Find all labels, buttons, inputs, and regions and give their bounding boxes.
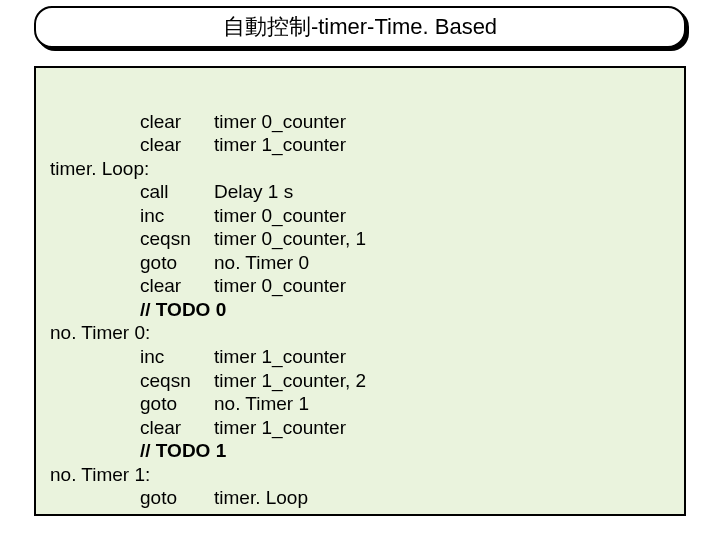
code-arg: timer 1_counter: [214, 417, 346, 438]
code-arg: no. Timer 0: [214, 252, 309, 273]
slide-title: 自動控制-timer-Time. Based: [223, 14, 497, 39]
code-arg: timer 0_counter: [214, 111, 346, 132]
code-arg: timer 0_counter, 1: [214, 228, 366, 249]
code-comment: // TODO 1: [140, 440, 226, 461]
code-arg: timer 1_counter, 2: [214, 370, 366, 391]
code-op: ceqsn: [140, 227, 214, 251]
code-op: inc: [140, 345, 214, 369]
code-op: call: [140, 180, 214, 204]
code-arg: timer 1_counter: [214, 346, 346, 367]
code-op: goto: [140, 392, 214, 416]
code-panel: cleartimer 0_counter cleartimer 1_counte…: [34, 66, 686, 516]
slide-title-box: 自動控制-timer-Time. Based: [34, 6, 686, 48]
code-label: no. Timer 0:: [50, 322, 150, 343]
code-op: inc: [140, 204, 214, 228]
code-op: clear: [140, 110, 214, 134]
code-arg: timer. Loop: [214, 487, 308, 508]
code-op: clear: [140, 133, 214, 157]
code-op: goto: [140, 486, 214, 510]
code-arg: timer 1_counter: [214, 134, 346, 155]
code-comment: // TODO 0: [140, 299, 226, 320]
code-op: ceqsn: [140, 369, 214, 393]
code-arg: Delay 1 s: [214, 181, 293, 202]
code-op: clear: [140, 274, 214, 298]
code-op: clear: [140, 416, 214, 440]
code-label: timer. Loop:: [50, 158, 149, 179]
code-arg: timer 0_counter: [214, 205, 346, 226]
code-listing: cleartimer 0_counter cleartimer 1_counte…: [50, 86, 670, 533]
code-label: no. Timer 1:: [50, 464, 150, 485]
code-arg: no. Timer 1: [214, 393, 309, 414]
code-op: goto: [140, 251, 214, 275]
code-arg: timer 0_counter: [214, 275, 346, 296]
